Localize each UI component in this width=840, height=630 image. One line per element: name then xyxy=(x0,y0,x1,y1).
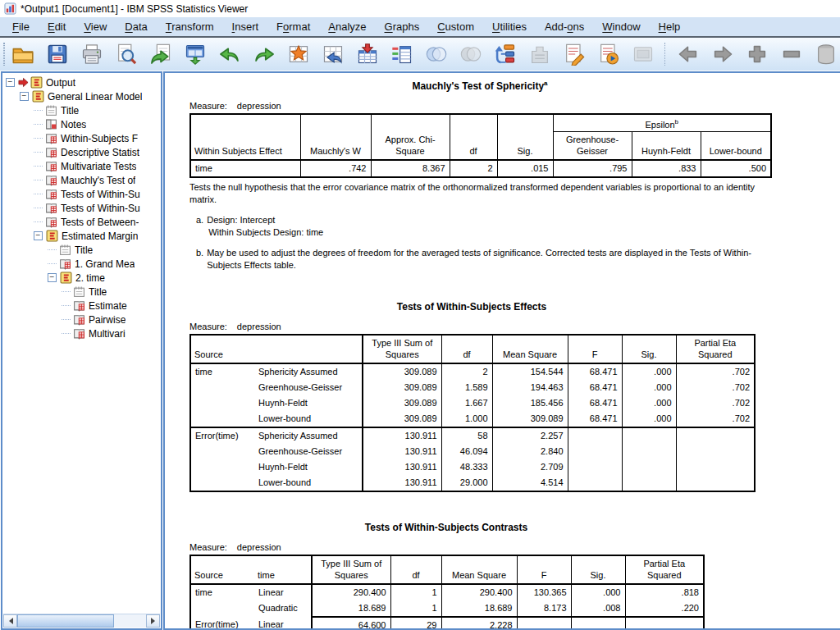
outline-horizontal-scrollbar[interactable] xyxy=(3,614,160,628)
outline-item-descriptive-statist[interactable]: Descriptive Statist xyxy=(2,145,161,159)
outline-item-tests-of-within-su[interactable]: Tests of Within-Su xyxy=(2,187,161,201)
outline-item-tests-of-between[interactable]: Tests of Between- xyxy=(2,215,161,229)
outline-item-title[interactable]: Title xyxy=(2,103,161,117)
outline-item-label: Title xyxy=(75,244,93,256)
scroll-right-button[interactable] xyxy=(146,614,160,628)
outline-item-mauchly-s-test-of[interactable]: Mauchly's Test of xyxy=(2,173,161,187)
recall-dialogs-button[interactable] xyxy=(180,40,210,68)
contrasts-table[interactable]: Source time Type III Sum of Squares df M… xyxy=(189,555,705,630)
toolbar-separator xyxy=(664,43,667,66)
table-icon xyxy=(73,299,85,312)
print-button[interactable] xyxy=(77,40,107,68)
table-cell: Lower-bound xyxy=(254,411,363,427)
goto-case-button[interactable] xyxy=(284,40,313,68)
table-cell xyxy=(517,617,571,630)
print-preview-button[interactable] xyxy=(112,40,141,68)
doc-magnifier-icon xyxy=(115,43,138,66)
outline-pane: −Output−General Linear ModelTitleNotesWi… xyxy=(1,71,162,630)
menu-edit[interactable]: Edit xyxy=(39,19,75,35)
outline-item-label: Output xyxy=(46,77,75,89)
table-cell xyxy=(676,427,755,444)
scrollbar-thumb[interactable] xyxy=(17,614,114,628)
menu-view[interactable]: View xyxy=(75,19,116,35)
effects-table[interactable]: Source Type III Sum of Squares df Mean S… xyxy=(189,334,756,492)
table-cell: .000 xyxy=(622,411,676,427)
collapse-expander-icon[interactable]: − xyxy=(34,231,43,240)
table-cell: 64.600 xyxy=(312,617,390,630)
measure-line: Measure:depression xyxy=(189,322,840,331)
outline-item-within-subjects-f[interactable]: Within-Subjects F xyxy=(2,131,161,145)
save-button[interactable] xyxy=(43,40,72,68)
demote-outline-button[interactable] xyxy=(708,40,737,68)
mauchly-table[interactable]: Within Subjects Effect Mauchly's W Appro… xyxy=(189,113,772,178)
table-cell xyxy=(622,475,676,491)
menu-format[interactable]: Format xyxy=(267,19,319,35)
outline-item-2-time[interactable]: −2. time xyxy=(2,271,161,285)
split-tree-icon xyxy=(494,43,517,66)
table-cell xyxy=(190,411,254,427)
collapse-outline-button[interactable] xyxy=(777,40,806,68)
measure-line: Measure:depression xyxy=(189,542,840,552)
run-script-button[interactable] xyxy=(594,40,623,68)
menu-graphs[interactable]: Graphs xyxy=(376,19,429,35)
value-labels-button[interactable] xyxy=(387,40,417,68)
menu-data[interactable]: Data xyxy=(116,19,156,35)
outline-item-estimated-margin[interactable]: −Estimated Margin xyxy=(2,229,161,243)
tree-connector xyxy=(34,124,43,125)
expand-outline-button[interactable] xyxy=(742,40,772,68)
outline-item-multivari[interactable]: Multivari xyxy=(2,326,161,340)
outline-item-general-linear-model[interactable]: −General Linear Model xyxy=(2,89,161,103)
content-pane[interactable]: Mauchly's Test of Sphericitya Measure:de… xyxy=(163,71,840,630)
goto-variable-button[interactable] xyxy=(318,40,348,68)
undo-button[interactable] xyxy=(215,40,244,68)
show-outline-button[interactable] xyxy=(811,40,840,68)
toolbar-grip[interactable] xyxy=(3,43,5,66)
menu-insert[interactable]: Insert xyxy=(223,19,268,35)
outline-item-1-grand-mea[interactable]: 1. Grand Mea xyxy=(2,257,161,271)
outline-item-estimate[interactable]: Estimate xyxy=(2,299,161,313)
window-titlebar: *Output1 [Document1] - IBM SPSS Statisti… xyxy=(0,0,840,17)
menu-file[interactable]: File xyxy=(3,19,39,35)
menu-add-ons[interactable]: Add-ons xyxy=(536,19,593,35)
promote-outline-button[interactable] xyxy=(673,40,703,68)
notes-icon xyxy=(45,118,57,130)
menu-transform[interactable]: Transform xyxy=(157,19,223,35)
edit-output-button[interactable] xyxy=(559,40,589,68)
menu-window[interactable]: Window xyxy=(593,19,649,35)
outline-item-title[interactable]: Title xyxy=(2,243,161,257)
menu-analyze[interactable]: Analyze xyxy=(319,19,375,35)
redo-button[interactable] xyxy=(249,40,279,68)
star-grid-icon xyxy=(287,43,310,66)
outline-item-output[interactable]: −Output xyxy=(2,75,161,89)
outline-item-title[interactable]: Title xyxy=(2,285,161,299)
export-button[interactable] xyxy=(146,40,176,68)
table-cell: .008 xyxy=(571,600,625,617)
use-variable-sets-button[interactable] xyxy=(422,40,451,68)
collapse-expander-icon[interactable]: − xyxy=(6,78,15,87)
frame-gray-icon xyxy=(632,43,655,66)
outline-item-pairwise[interactable]: Pairwise xyxy=(2,313,161,326)
outline-item-notes[interactable]: Notes xyxy=(2,117,161,131)
collapse-expander-icon[interactable]: − xyxy=(20,92,29,101)
open-file-button[interactable] xyxy=(8,40,38,68)
table-cell xyxy=(622,444,676,459)
table-row: Quadratic18.689118.6898.173.008.220 xyxy=(190,600,704,617)
collapse-expander-icon[interactable]: − xyxy=(48,273,57,282)
outline-item-label: Mauchly's Test of xyxy=(61,175,135,186)
outline-item-label: Estimated Margin xyxy=(62,231,138,242)
column-header: Sig. xyxy=(571,555,625,584)
split-file-button[interactable] xyxy=(491,40,520,68)
outline-item-tests-of-within-su[interactable]: Tests of Within-Su xyxy=(2,201,161,215)
table-cell: Sphericity Assumed xyxy=(254,427,363,444)
outline-item-multivariate-tests[interactable]: Multivariate Tests xyxy=(2,159,161,173)
menu-custom[interactable]: Custom xyxy=(428,19,483,35)
scroll-left-button[interactable] xyxy=(3,614,17,628)
variables-button[interactable] xyxy=(353,40,382,68)
plus-gray-icon xyxy=(746,43,769,66)
menu-help[interactable]: Help xyxy=(650,19,690,35)
table-cell xyxy=(568,444,622,459)
floppy-icon xyxy=(46,43,69,66)
menu-utilities[interactable]: Utilities xyxy=(483,19,536,35)
table-row: time.7428.3672.015.795.833.500 xyxy=(190,160,771,177)
scrollbar-track[interactable] xyxy=(17,614,146,628)
